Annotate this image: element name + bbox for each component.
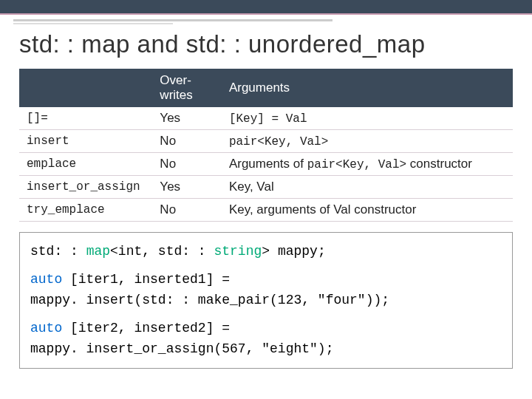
arguments-cell: pair<Key, Val>: [222, 130, 513, 153]
table-row: insert_or_assign Yes Key, Val: [19, 176, 513, 199]
args-mono: pair<Key, Val>: [229, 135, 328, 149]
code-block: auto [iter2, inserted2] = mappy. insert_…: [30, 318, 502, 360]
args-text: Key, arguments of Val constructor: [229, 202, 417, 216]
code-line: auto [iter1, inserted1] =: [30, 270, 502, 290]
code-text: [iter2, inserted2] =: [62, 321, 230, 335]
fn-name: []=: [19, 107, 152, 130]
decorative-line: [13, 19, 332, 21]
comparison-table: Over-writes Arguments []= Yes [Key] = Va…: [19, 69, 513, 222]
code-text: std: :: [30, 244, 86, 259]
args-text: Key, Val: [229, 180, 274, 194]
args-mono: [Key] = Val: [229, 112, 307, 126]
code-example: std: : map<int, std: : string> mappy; au…: [19, 232, 513, 369]
col-header-blank: [19, 69, 152, 107]
table-row: try_emplace No Key, arguments of Val con…: [19, 199, 513, 222]
code-text: [iter1, inserted1] =: [62, 272, 230, 287]
code-block: auto [iter1, inserted1] = mappy. insert(…: [30, 270, 502, 311]
overwrites-cell: No: [152, 153, 222, 176]
fn-name: emplace: [19, 153, 152, 176]
code-keyword: auto: [30, 321, 62, 335]
fn-name: try_emplace: [19, 199, 152, 222]
overwrites-cell: No: [152, 130, 222, 153]
args-text: constructor: [406, 157, 472, 171]
arguments-cell: Key, arguments of Val constructor: [222, 199, 513, 222]
arguments-cell: Arguments of pair<Key, Val> constructor: [222, 153, 513, 176]
code-keyword: auto: [30, 272, 62, 287]
slide-content: std: : map and std: : unordered_map Over…: [0, 24, 532, 369]
table-row: insert No pair<Key, Val>: [19, 130, 513, 153]
col-header-arguments: Arguments: [222, 69, 513, 107]
code-type: map: [86, 244, 110, 259]
code-line: auto [iter2, inserted2] =: [30, 318, 502, 339]
table-header-row: Over-writes Arguments: [19, 69, 513, 107]
code-text: > mappy;: [262, 244, 325, 259]
args-mono: pair<Key, Val>: [307, 158, 406, 171]
code-line: mappy. insert(std: : make_pair(123, "fou…: [30, 290, 502, 311]
page-title: std: : map and std: : unordered_map: [19, 30, 513, 58]
overwrites-cell: No: [152, 199, 222, 222]
table-row: []= Yes [Key] = Val: [19, 107, 513, 130]
top-accent-bar: [0, 0, 532, 15]
fn-name: insert_or_assign: [19, 176, 152, 199]
arguments-cell: [Key] = Val: [222, 107, 513, 130]
code-type: string: [214, 244, 262, 259]
code-text: <int, std: :: [110, 244, 214, 259]
code-line: mappy. insert_or_assign(567, "eight");: [30, 339, 502, 360]
overwrites-cell: Yes: [152, 107, 222, 130]
table-row: emplace No Arguments of pair<Key, Val> c…: [19, 153, 513, 176]
code-line: std: : map<int, std: : string> mappy;: [30, 242, 502, 262]
overwrites-cell: Yes: [152, 176, 222, 199]
arguments-cell: Key, Val: [222, 176, 513, 199]
fn-name: insert: [19, 130, 152, 153]
args-text: Arguments of: [229, 157, 307, 171]
col-header-overwrites: Over-writes: [152, 69, 222, 107]
